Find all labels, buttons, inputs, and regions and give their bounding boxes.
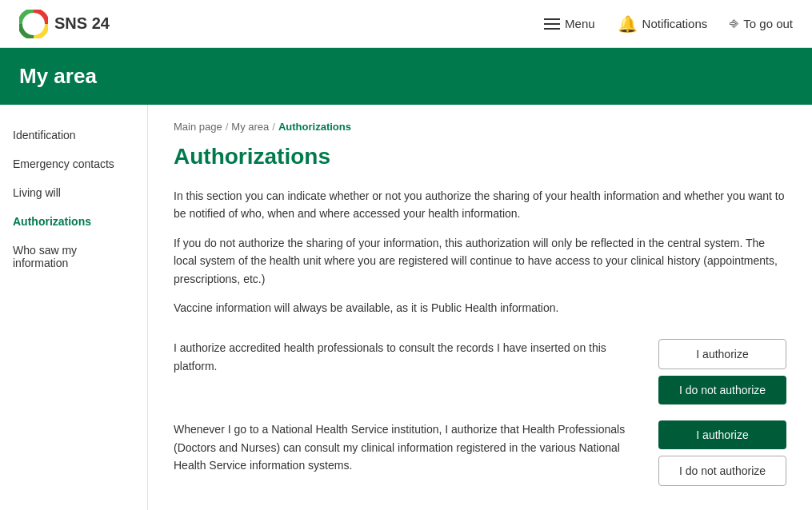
row2-do-not-authorize-button[interactable]: I do not authorize: [658, 456, 786, 486]
sidebar-item-authorizations[interactable]: Authorizations: [0, 207, 147, 236]
breadcrumb: Main page / My area / Authorizations: [174, 121, 786, 133]
row1-authorize-button[interactable]: I authorize: [658, 339, 786, 369]
notifications-nav-item[interactable]: 🔔 Notifications: [618, 14, 708, 34]
auth-row-2-text: Whenever I go to a National Health Servi…: [174, 420, 639, 474]
main-layout: Identification Emergency contacts Living…: [0, 105, 812, 510]
auth-section: I authorize accredited health profession…: [174, 339, 786, 486]
auth-row-2-buttons: I authorize I do not authorize: [658, 420, 786, 486]
breadcrumb-sep-2: /: [272, 121, 275, 133]
page-title: Authorizations: [174, 144, 786, 169]
header-nav: Menu 🔔 Notifications ⎆ To go out: [544, 14, 793, 34]
logo-text: SNS 24: [54, 14, 110, 33]
logo: SNS 24: [19, 10, 110, 38]
logout-icon: ⎆: [730, 15, 738, 32]
row1-do-not-authorize-button[interactable]: I do not authorize: [658, 376, 786, 404]
breadcrumb-my-area[interactable]: My area: [231, 121, 269, 133]
notifications-label: Notifications: [642, 17, 708, 30]
banner-title: My area: [19, 64, 793, 89]
sidebar-item-who-saw-my-information[interactable]: Who saw my information: [0, 236, 147, 277]
auth-row-1-text: I authorize accredited health profession…: [174, 339, 639, 375]
menu-icon: [544, 18, 560, 30]
bell-icon: 🔔: [618, 14, 638, 34]
breadcrumb-sep-1: /: [226, 121, 229, 133]
logout-nav-item[interactable]: ⎆ To go out: [730, 15, 793, 32]
header: SNS 24 Menu 🔔 Notifications ⎆ To go out: [0, 0, 812, 48]
description-para-1: In this section you can indicate whether…: [174, 187, 786, 223]
breadcrumb-main-page[interactable]: Main page: [174, 121, 222, 133]
menu-nav-item[interactable]: Menu: [544, 17, 595, 30]
content: Main page / My area / Authorizations Aut…: [148, 105, 812, 510]
sidebar-item-living-will[interactable]: Living will: [0, 178, 147, 207]
auth-row-1-buttons: I authorize I do not authorize: [658, 339, 786, 404]
breadcrumb-current: Authorizations: [278, 121, 351, 133]
sidebar-item-emergency-contacts[interactable]: Emergency contacts: [0, 149, 147, 178]
description-para-2: If you do not authorize the sharing of y…: [174, 234, 786, 288]
logout-label: To go out: [743, 17, 793, 30]
banner: My area: [0, 48, 812, 105]
auth-row-1: I authorize accredited health profession…: [174, 339, 786, 404]
sidebar-item-identification[interactable]: Identification: [0, 121, 147, 149]
svg-point-1: [28, 18, 39, 30]
row2-authorize-button[interactable]: I authorize: [658, 420, 786, 449]
sidebar: Identification Emergency contacts Living…: [0, 105, 148, 510]
description-para-3: Vaccine information will always be avail…: [174, 299, 786, 317]
auth-row-2: Whenever I go to a National Health Servi…: [174, 420, 786, 486]
menu-label: Menu: [565, 17, 595, 30]
logo-icon: [19, 10, 48, 38]
